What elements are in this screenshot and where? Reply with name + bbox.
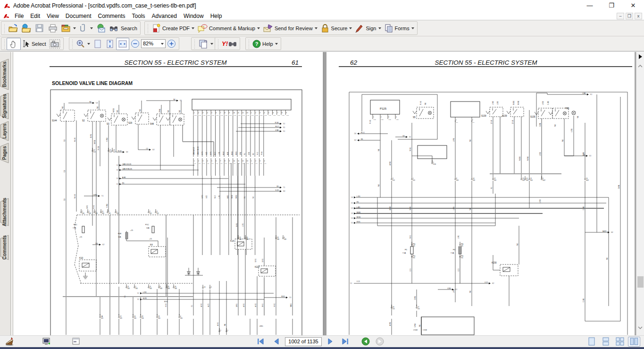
zoom-in-tool-button[interactable] <box>75 38 92 50</box>
toolbar-grip[interactable] <box>248 39 250 49</box>
menu-window[interactable]: Window <box>180 12 207 19</box>
tab-layers[interactable]: Layers <box>0 121 8 141</box>
comments-cake-icon[interactable] <box>4 337 15 347</box>
send-review-button[interactable]: Send for Review <box>261 23 319 34</box>
toolbar-grip[interactable] <box>147 24 149 33</box>
help-button[interactable]: ?Help <box>251 39 279 49</box>
previous-view-button[interactable] <box>361 337 370 346</box>
zoom-in-button[interactable] <box>166 38 177 49</box>
restore-button[interactable]: ❐ <box>601 0 622 11</box>
tab-pages[interactable]: Pages <box>0 143 8 163</box>
email-button[interactable] <box>94 23 108 34</box>
menu-view[interactable]: View <box>43 12 62 19</box>
toolbar-grip[interactable] <box>217 39 219 49</box>
svg-text:X58: X58 <box>473 179 475 181</box>
zoom-level-dropdown[interactable] <box>161 43 164 45</box>
zoom-tool-dropdown[interactable] <box>87 43 90 45</box>
window-mode-icon[interactable] <box>72 338 80 345</box>
attach-button[interactable] <box>77 23 94 34</box>
svg-text:X45: X45 <box>198 163 201 164</box>
toolbar-grip[interactable] <box>4 39 6 49</box>
svg-text:61: 61 <box>292 59 299 66</box>
svg-text:5,1: 5,1 <box>283 123 285 125</box>
create-pdf-button[interactable]: Create PDF <box>150 23 196 34</box>
facing-button[interactable] <box>628 337 640 347</box>
svg-text:V-Z1: V-Z1 <box>206 195 208 198</box>
close-button[interactable]: ✕ <box>622 0 644 11</box>
next-page-button[interactable] <box>327 338 333 345</box>
page-number-input[interactable]: 1002 of 1135 <box>285 337 322 346</box>
menu-file[interactable]: File <box>11 12 27 19</box>
doc-close-button[interactable]: x <box>635 13 642 19</box>
svg-text:R/V1: R/V1 <box>262 304 264 307</box>
svg-text:M-B1: M-B1 <box>513 101 515 105</box>
yahoo-search-button[interactable]: Y! <box>220 39 238 49</box>
svg-text:5,4: 5,4 <box>96 102 98 104</box>
scroll-expand-icon[interactable] <box>638 54 643 60</box>
menu-document[interactable]: Document <box>62 12 95 19</box>
document-view[interactable]: SECTION 55 - ELECTRIC SYSTEM61SOLENOID V… <box>13 52 636 335</box>
help-dropdown[interactable] <box>275 43 278 45</box>
fit-width-button[interactable] <box>116 38 129 50</box>
svg-text:X31: X31 <box>413 257 415 259</box>
vertical-scrollbar[interactable] <box>636 52 644 335</box>
monitor-icon[interactable] <box>42 337 51 346</box>
search-button[interactable]: Search <box>108 23 139 34</box>
menu-tools[interactable]: Tools <box>129 12 149 19</box>
open-web-button[interactable] <box>20 23 33 34</box>
menu-help[interactable]: Help <box>207 12 226 19</box>
doc-minimize-button[interactable]: ‒ <box>617 13 624 19</box>
select-tool-button[interactable]: Select <box>21 39 48 49</box>
menu-advanced[interactable]: Advanced <box>149 12 180 19</box>
scroll-up-icon[interactable] <box>638 64 643 68</box>
prev-page-button[interactable] <box>274 338 279 345</box>
svg-text:V-Z1: V-Z1 <box>276 189 279 191</box>
next-view-button[interactable] <box>376 337 384 346</box>
hand-tool-button[interactable] <box>7 38 21 50</box>
menu-comments[interactable]: Comments <box>95 12 129 19</box>
sign-button[interactable]: Sign <box>353 23 382 34</box>
first-page-button[interactable] <box>257 338 264 345</box>
tab-attachments[interactable]: Attachments <box>0 197 8 226</box>
tab-comments[interactable]: Comments <box>0 235 8 260</box>
svg-text:C-B1: C-B1 <box>583 152 585 156</box>
svg-text:X408: X408 <box>255 115 258 116</box>
open-button[interactable] <box>7 23 20 34</box>
fit-page-button[interactable] <box>104 38 116 50</box>
svg-text:1,5: 1,5 <box>289 297 292 298</box>
zoom-out-button[interactable] <box>129 38 141 49</box>
svg-text:11: 11 <box>530 178 532 179</box>
organizer-button[interactable] <box>59 23 77 34</box>
menu-edit[interactable]: Edit <box>27 12 43 19</box>
attach-dropdown[interactable] <box>90 27 93 29</box>
save-button[interactable] <box>33 23 46 34</box>
continuous-facing-button[interactable] <box>614 337 626 347</box>
snapshot-tool-button[interactable] <box>48 38 62 50</box>
page-display-button[interactable] <box>197 38 215 50</box>
scrollbar-thumb[interactable] <box>637 276 644 288</box>
svg-text:R/V1: R/V1 <box>410 206 411 210</box>
tab-bookmarks[interactable]: Bookmarks <box>0 59 8 90</box>
forms-button[interactable]: Forms <box>383 23 416 34</box>
scroll-down-icon[interactable] <box>638 326 643 330</box>
print-button[interactable] <box>46 23 59 34</box>
last-page-button[interactable] <box>342 338 349 345</box>
toolbar-grip[interactable] <box>4 24 6 33</box>
toolbar-grip[interactable] <box>194 39 196 49</box>
page-display-dropdown[interactable] <box>210 43 213 45</box>
secure-button[interactable]: Secure <box>319 23 354 34</box>
zoom-level-input[interactable]: 82% <box>141 39 166 48</box>
tab-signatures[interactable]: Signatures <box>0 93 8 119</box>
svg-text:18: 18 <box>142 315 143 317</box>
single-page-button[interactable] <box>585 337 598 347</box>
svg-text:10A: 10A <box>118 236 121 238</box>
svg-text:X58: X58 <box>456 179 459 181</box>
doc-restore-button[interactable]: ❐ <box>626 13 633 19</box>
continuous-button[interactable] <box>600 337 612 347</box>
minimize-button[interactable]: — <box>579 0 601 11</box>
svg-text:M-V1: M-V1 <box>223 152 225 155</box>
organizer-dropdown[interactable] <box>73 27 76 29</box>
toolbar-grip[interactable] <box>72 39 74 49</box>
actual-size-button[interactable] <box>92 38 104 50</box>
comment-markup-button[interactable]: Comment & Markup <box>196 23 261 34</box>
